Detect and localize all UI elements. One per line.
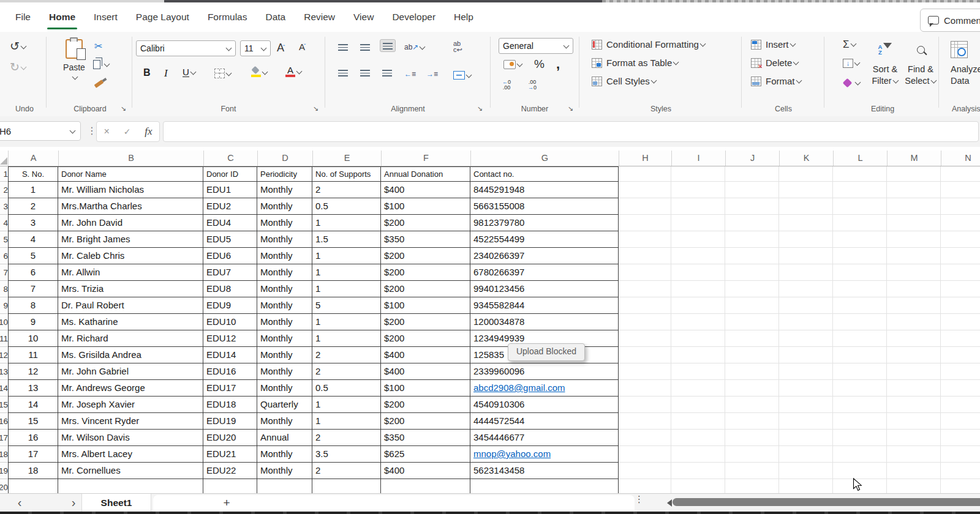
cell-I1[interactable]	[671, 166, 725, 182]
cell-I11[interactable]	[671, 330, 725, 347]
cell-E20[interactable]	[312, 479, 381, 493]
bottom-align-button[interactable]	[380, 39, 396, 52]
cell-M6[interactable]	[887, 248, 941, 264]
cell-L4[interactable]	[833, 215, 887, 231]
cell-K17[interactable]	[779, 430, 833, 446]
cell-B14[interactable]: Mr. Andrews George	[58, 380, 203, 397]
cell-A3[interactable]: 2	[8, 198, 58, 215]
row-header-8[interactable]: 8	[0, 281, 8, 297]
cell-F15[interactable]: $200	[381, 397, 470, 413]
add-sheet-button[interactable]: +	[217, 495, 236, 512]
cell-D9[interactable]: Monthly	[257, 297, 312, 314]
contact-link[interactable]: abcd2908@gmail.com	[473, 382, 565, 393]
cell-A8[interactable]: 7	[8, 281, 58, 297]
cell-H7[interactable]	[619, 264, 671, 281]
middle-align-button[interactable]	[360, 44, 370, 51]
cell-D15[interactable]: Quarterly	[257, 397, 312, 413]
underline-button[interactable]: U	[183, 67, 196, 77]
row-header-11[interactable]: 11	[0, 330, 8, 347]
cell-J5[interactable]	[725, 231, 779, 248]
ribbon-tab-home[interactable]: Home	[40, 2, 85, 32]
column-header-J[interactable]: J	[726, 151, 780, 166]
cell-H11[interactable]	[619, 330, 671, 347]
cell-N4[interactable]	[941, 215, 980, 231]
cell-K16[interactable]	[779, 413, 833, 430]
cell-J11[interactable]	[725, 330, 779, 347]
cell-E9[interactable]: 5	[312, 297, 381, 314]
cell-K15[interactable]	[779, 397, 833, 413]
scrollbar-splitter-icon[interactable]: ⋮	[635, 495, 644, 503]
insert-function-button[interactable]: fx	[145, 125, 152, 138]
cell-I6[interactable]	[671, 248, 725, 264]
row-header-18[interactable]: 18	[0, 446, 8, 463]
cell-D13[interactable]: Monthly	[257, 363, 312, 380]
cell-C6[interactable]: EDU6	[203, 248, 257, 264]
cell-F5[interactable]: $350	[381, 231, 470, 248]
cell-K18[interactable]	[779, 446, 833, 463]
cell-H13[interactable]	[619, 363, 671, 380]
cell-H17[interactable]	[619, 430, 671, 446]
conditional-formatting-button[interactable]: Conditional Formatting	[592, 39, 739, 50]
row-header-12[interactable]: 12	[0, 347, 8, 363]
cell-D1[interactable]: Periodicity	[257, 166, 312, 182]
row-header-19[interactable]: 19	[0, 463, 8, 479]
row-header-6[interactable]: 6	[0, 248, 8, 264]
cell-F16[interactable]: $200	[381, 413, 470, 430]
cell-G18[interactable]: mnop@yahoo.com	[470, 446, 619, 463]
column-header-E[interactable]: E	[313, 151, 382, 166]
cell-K13[interactable]	[779, 363, 833, 380]
cell-C20[interactable]	[203, 479, 257, 493]
cell-A16[interactable]: 15	[8, 413, 58, 430]
cell-A12[interactable]: 11	[8, 347, 58, 363]
row-header-17[interactable]: 17	[0, 430, 8, 446]
cell-I5[interactable]	[671, 231, 725, 248]
cell-M8[interactable]	[887, 281, 941, 297]
cell-G15[interactable]: 4540910306	[470, 397, 619, 413]
cell-C18[interactable]: EDU21	[203, 446, 257, 463]
cell-D14[interactable]: Monthly	[257, 380, 312, 397]
shrink-font-button[interactable]: Aˇ	[299, 42, 306, 52]
cell-C15[interactable]: EDU18	[203, 397, 257, 413]
cell-I20[interactable]	[671, 479, 725, 493]
cell-J19[interactable]	[725, 463, 779, 479]
cell-J13[interactable]	[725, 363, 779, 380]
cell-F18[interactable]: $625	[381, 446, 470, 463]
cell-N13[interactable]	[941, 363, 980, 380]
name-box[interactable]: H6	[0, 121, 81, 141]
cell-D19[interactable]: Monthly	[257, 463, 312, 479]
cell-D2[interactable]: Monthly	[257, 182, 312, 198]
comma-style-button[interactable]: ,	[556, 61, 560, 67]
cell-L3[interactable]	[833, 198, 887, 215]
align-right-button[interactable]	[382, 70, 392, 76]
cell-J4[interactable]	[725, 215, 779, 231]
cell-J1[interactable]	[725, 166, 779, 182]
cell-L11[interactable]	[833, 330, 887, 347]
cell-N10[interactable]	[941, 314, 980, 330]
cell-B20[interactable]	[58, 479, 203, 493]
cell-B3[interactable]: Mrs.Martha Charles	[58, 198, 203, 215]
cell-A17[interactable]: 16	[8, 430, 58, 446]
cell-D8[interactable]: Monthly	[257, 281, 312, 297]
cell-I19[interactable]	[671, 463, 725, 479]
cell-K3[interactable]	[779, 198, 833, 215]
cell-A5[interactable]: 4	[8, 231, 58, 248]
cell-H3[interactable]	[619, 198, 671, 215]
row-header-1[interactable]: 1	[0, 166, 8, 182]
clear-button[interactable]	[844, 80, 861, 86]
cell-H16[interactable]	[619, 413, 671, 430]
cell-A19[interactable]: 18	[8, 463, 58, 479]
ribbon-tab-file[interactable]: File	[6, 2, 40, 32]
fill-color-button[interactable]	[251, 67, 268, 77]
font-dialog-launcher[interactable]: ↘	[313, 105, 318, 113]
find-select-button[interactable]: Find & Select	[902, 40, 940, 87]
cell-G5[interactable]: 4522554499	[470, 231, 619, 248]
cell-K6[interactable]	[779, 248, 833, 264]
cell-M16[interactable]	[887, 413, 941, 430]
row-header-5[interactable]: 5	[0, 231, 8, 248]
cell-M12[interactable]	[887, 347, 941, 363]
cell-H2[interactable]	[619, 182, 671, 198]
cell-G1[interactable]: Contact no.	[470, 166, 619, 182]
cell-J17[interactable]	[725, 430, 779, 446]
cell-H19[interactable]	[619, 463, 671, 479]
cell-B10[interactable]: Ms. Katharine	[58, 314, 203, 330]
